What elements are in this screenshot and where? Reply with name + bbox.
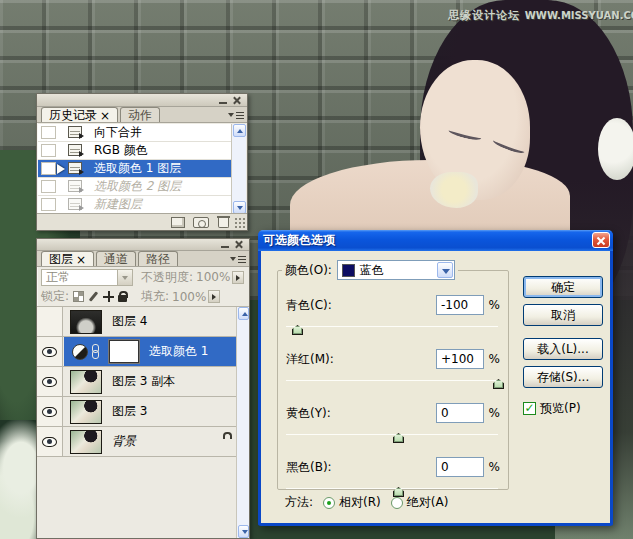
absolute-label: 绝对(A) xyxy=(407,494,449,511)
color-dropdown[interactable]: 蓝色 xyxy=(337,260,455,280)
close-icon[interactable] xyxy=(592,232,610,248)
color-value: 蓝色 xyxy=(360,262,384,279)
preview-checkbox[interactable]: ✓ xyxy=(523,402,536,415)
lock-position-icon[interactable] xyxy=(103,291,114,302)
layer-thumbnail[interactable] xyxy=(70,430,102,454)
close-icon[interactable] xyxy=(232,96,243,105)
layer-row[interactable]: 图层 3 副本 xyxy=(37,367,236,397)
new-document-from-state-icon[interactable] xyxy=(171,217,185,228)
history-item-label: 选取颜色 2 图层 xyxy=(94,178,181,195)
magenta-slider[interactable] xyxy=(286,376,498,389)
panel-menu-icon[interactable] xyxy=(228,109,244,121)
minimize-icon[interactable] xyxy=(218,96,229,105)
ok-button[interactable]: 确定 xyxy=(523,276,603,298)
flower-in-hair xyxy=(598,118,633,180)
tab-paths[interactable]: 路径 xyxy=(138,251,178,266)
visibility-toggle[interactable] xyxy=(37,397,63,426)
cancel-button[interactable]: 取消 xyxy=(523,304,603,326)
chevron-down-icon[interactable] xyxy=(117,270,132,285)
lock-pixels-icon[interactable] xyxy=(88,291,99,302)
layer-row-background[interactable]: 背景 xyxy=(37,427,236,457)
magenta-row: 洋红(M): % xyxy=(286,348,500,370)
delete-state-trash-icon[interactable] xyxy=(218,217,229,228)
history-source-well[interactable] xyxy=(41,162,56,175)
flower-in-hand xyxy=(430,172,478,208)
save-button[interactable]: 存储(S)... xyxy=(523,366,603,388)
fill-label: 填充: xyxy=(141,288,169,305)
yellow-unit: % xyxy=(484,406,500,420)
layer-mask-thumbnail[interactable] xyxy=(109,340,139,363)
history-item-selected[interactable]: 选取颜色 1 图层 xyxy=(38,160,231,178)
layer-thumbnail[interactable] xyxy=(70,310,102,334)
scroll-up-icon[interactable] xyxy=(238,307,249,320)
scroll-up-icon[interactable] xyxy=(233,124,246,137)
fill-spinner-icon[interactable] xyxy=(208,290,220,303)
close-icon[interactable] xyxy=(234,240,245,249)
preview-option[interactable]: ✓ 预览(P) xyxy=(523,400,581,417)
layers-panel-titlebar[interactable] xyxy=(37,239,249,251)
layer-thumbnail[interactable] xyxy=(70,400,102,424)
history-item-undone[interactable]: 选取颜色 2 图层 xyxy=(38,178,231,196)
slider-track xyxy=(286,380,498,381)
panel-menu-icon[interactable] xyxy=(230,253,246,265)
tab-actions[interactable]: 动作 xyxy=(120,107,160,122)
tab-close-icon[interactable]: × xyxy=(76,253,86,267)
layer-row[interactable]: 图层 4 xyxy=(37,307,236,337)
history-item-label: 新建图层 xyxy=(94,196,142,213)
yellow-slider[interactable] xyxy=(286,430,498,443)
tab-close-icon[interactable]: × xyxy=(100,109,110,123)
yellow-input[interactable] xyxy=(436,403,484,423)
cyan-slider[interactable] xyxy=(286,322,498,335)
visibility-toggle[interactable] xyxy=(37,427,63,456)
history-item[interactable]: 向下合并 xyxy=(38,124,231,142)
adjustment-layer-icon[interactable] xyxy=(72,344,88,360)
visibility-toggle[interactable] xyxy=(37,337,63,366)
new-snapshot-camera-icon[interactable] xyxy=(193,217,209,228)
history-item-undone[interactable]: 新建图层 xyxy=(38,196,231,214)
history-item[interactable]: RGB 颜色 xyxy=(38,142,231,160)
scroll-down-icon[interactable] xyxy=(238,525,249,538)
black-input[interactable] xyxy=(436,457,484,477)
dialog-titlebar[interactable]: 可选颜色选项 xyxy=(258,230,613,251)
history-panel-titlebar[interactable] xyxy=(37,94,247,107)
layer-row-selected[interactable]: 选取颜色 1 xyxy=(37,337,236,367)
lock-transparency-icon[interactable] xyxy=(73,291,84,302)
opacity-spinner-icon[interactable] xyxy=(232,271,244,284)
layer-name: 图层 4 xyxy=(112,313,147,330)
history-state-icon xyxy=(68,198,82,210)
relative-radio[interactable] xyxy=(323,497,335,509)
magenta-input[interactable] xyxy=(436,349,484,369)
visibility-toggle[interactable] xyxy=(37,367,63,396)
history-source-well[interactable] xyxy=(41,126,56,139)
layers-scrollbar[interactable] xyxy=(236,307,249,538)
method-relative-option[interactable]: 相对(R) xyxy=(323,494,381,511)
cyan-input[interactable] xyxy=(436,295,484,315)
resize-grip[interactable] xyxy=(234,217,246,229)
history-source-well[interactable] xyxy=(41,180,56,193)
history-panel: 历史记录 × 动作 向下合并 RGB 颜色 选取 xyxy=(36,93,248,231)
history-item-label: 向下合并 xyxy=(94,124,142,141)
method-absolute-option[interactable]: 绝对(A) xyxy=(391,494,449,511)
lock-all-icon[interactable] xyxy=(118,295,127,302)
tab-history[interactable]: 历史记录 × xyxy=(41,107,118,122)
tab-actions-label: 动作 xyxy=(128,107,152,124)
tab-layers[interactable]: 图层 × xyxy=(41,251,94,266)
history-source-well[interactable] xyxy=(41,144,56,157)
load-button[interactable]: 载入(L)... xyxy=(523,338,603,360)
history-scrollbar[interactable] xyxy=(231,124,246,214)
blend-mode-dropdown[interactable]: 正常 xyxy=(41,269,133,286)
tab-channels[interactable]: 通道 xyxy=(96,251,136,266)
method-row: 方法: 相对(R) 绝对(A) xyxy=(285,494,448,511)
minimize-icon[interactable] xyxy=(220,240,231,249)
layer-thumbnail[interactable] xyxy=(70,370,102,394)
eye-icon xyxy=(42,347,57,357)
visibility-toggle[interactable] xyxy=(37,307,63,336)
history-source-well[interactable] xyxy=(41,198,56,211)
cyan-label: 青色(C): xyxy=(286,297,436,314)
preview-label: 预览(P) xyxy=(540,400,581,417)
history-state-icon xyxy=(68,126,82,138)
chevron-down-icon[interactable] xyxy=(437,262,453,278)
layer-mask-link-icon[interactable] xyxy=(91,344,100,360)
layer-row[interactable]: 图层 3 xyxy=(37,397,236,427)
absolute-radio[interactable] xyxy=(391,497,403,509)
